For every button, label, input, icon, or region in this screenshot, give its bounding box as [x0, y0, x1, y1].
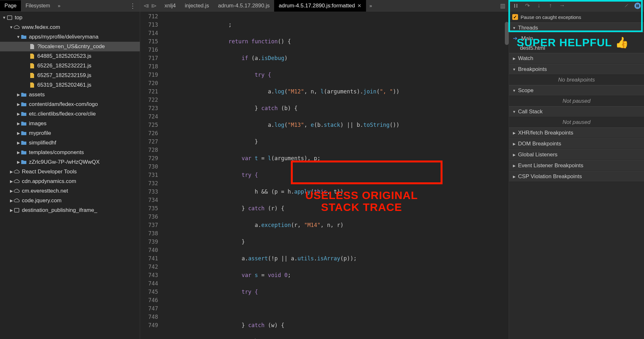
not-paused-text: Not paused	[509, 117, 644, 127]
tree-label: code.jquery.com	[22, 197, 61, 204]
svg-rect-0	[7, 16, 12, 20]
no-breakpoints-text: No breakpoints	[509, 75, 644, 85]
editor-tab[interactable]: injected.js	[180, 0, 214, 12]
folder-icon	[21, 101, 27, 108]
pause-exceptions-icon[interactable]	[634, 3, 641, 9]
svg-rect-1	[14, 208, 19, 212]
tree-react[interactable]: React Developer Tools	[0, 167, 140, 177]
scrollbar-thumb[interactable]	[505, 22, 509, 45]
section-breakpoints[interactable]: ▼Breakpoints	[509, 64, 644, 75]
step-into-icon[interactable]: ↓	[535, 2, 542, 9]
svg-rect-4	[637, 4, 638, 7]
tree-folder[interactable]: images	[0, 119, 140, 128]
tree-file[interactable]: 65319_1825202461.js	[0, 80, 140, 90]
checkbox-checked-icon[interactable]: ✓	[512, 14, 518, 20]
tree-folder[interactable]: content/dam/fedex-com/logo	[0, 100, 140, 109]
section-label: Threads	[518, 25, 538, 31]
nav-back-icon[interactable]: ⧏	[143, 2, 149, 9]
cloud-icon	[13, 24, 20, 30]
tree-label: 65257_1825232159.js	[37, 72, 91, 79]
tree-label: assets	[29, 91, 45, 98]
svg-rect-5	[638, 4, 639, 7]
section-xhr[interactable]: ▶XHR/fetch Breakpoints	[509, 127, 644, 138]
editor-tab-active[interactable]: adrum-4.5.17.2890.js:formatted✕	[274, 0, 366, 12]
close-icon[interactable]: ✕	[357, 3, 362, 9]
tree-label: top	[15, 14, 22, 21]
tab-filesystem[interactable]: Filesystem	[21, 0, 54, 11]
editor-tabstrip: ⧏ ⧐ xnlj4 injected.js adrum-4.5.17.2890.…	[140, 0, 509, 12]
file-icon	[29, 63, 35, 69]
section-label: CSP Violation Breakpoints	[518, 173, 582, 180]
step-out-icon[interactable]: ↑	[547, 2, 554, 9]
debug-toolbar: ↷ ↓ ↑ → ⟋	[509, 0, 644, 12]
tree-frame-item[interactable]: destination_publishing_iframe_	[0, 205, 140, 215]
tree-top[interactable]: top	[0, 13, 140, 22]
section-watch[interactable]: ▶Watch	[509, 53, 644, 64]
tree-folder[interactable]: templates/components	[0, 148, 140, 157]
section-global[interactable]: ▶Global Listeners	[509, 149, 644, 160]
section-label: Watch	[518, 55, 533, 62]
tree-domain-item[interactable]: code.jquery.com	[0, 196, 140, 205]
tree-file[interactable]: 64885_1825202523.js	[0, 51, 140, 61]
tree-folder[interactable]: zZrlc9UGw-7P-/wHzQWwQX	[0, 157, 140, 167]
tab-menu-icon[interactable]: ⋮	[126, 0, 140, 12]
tree-folder[interactable]: simplifiedhf	[0, 138, 140, 148]
tree-file[interactable]: 65226_1825232221.js	[0, 61, 140, 71]
section-scope[interactable]: ▼Scope	[509, 85, 644, 96]
file-tree: top www.fedex.com apps/myprofile/deliver…	[0, 12, 140, 339]
code-editor[interactable]: 7127137147157167177187197207217227237247…	[140, 12, 509, 339]
sources-navigator: Page Filesystem » ⋮ top www.fedex.com ap…	[0, 0, 140, 339]
tree-domain-item[interactable]: cdn.appdynamics.com	[0, 177, 140, 186]
cloud-icon	[13, 178, 20, 185]
tree-folder-apps[interactable]: apps/myprofile/deliverymana	[0, 32, 140, 42]
section-callstack[interactable]: ▼Call Stack	[509, 106, 644, 117]
section-label: Scope	[518, 87, 533, 94]
tree-domain-item[interactable]: cm.everesttech.net	[0, 186, 140, 196]
editor-nav: ⧏ ⧐	[140, 2, 160, 9]
editor-tab-overflow[interactable]: »	[366, 0, 375, 11]
folder-icon	[21, 91, 27, 98]
step-icon[interactable]: →	[559, 2, 566, 9]
tree-file-locale[interactable]: ?locale=en_US&cntry_code	[0, 42, 140, 51]
deactivate-bp-icon[interactable]: ⟋	[623, 2, 630, 9]
step-over-icon[interactable]: ↷	[524, 2, 531, 9]
pretty-print-icon[interactable]: ▥	[497, 0, 509, 12]
line-gutter: 7127137147157167177187197207217227237247…	[140, 12, 161, 339]
thread-item[interactable]: dest5.html	[509, 43, 644, 53]
section-csp[interactable]: ▶CSP Violation Breakpoints	[509, 171, 644, 182]
file-icon	[29, 72, 35, 79]
tree-label: zZrlc9UGw-7P-/wHzQWwQX	[29, 159, 100, 165]
section-dom[interactable]: ▶DOM Breakpoints	[509, 138, 644, 149]
cloud-icon	[13, 169, 20, 175]
pause-on-caught-row[interactable]: ✓ Pause on caught exceptions	[509, 12, 644, 22]
tree-label: simplifiedhf	[29, 140, 56, 146]
editor-tab[interactable]: xnlj4	[160, 0, 180, 12]
editor-panel: ⧏ ⧐ xnlj4 injected.js adrum-4.5.17.2890.…	[140, 0, 509, 339]
pause-icon[interactable]	[512, 4, 519, 8]
tree-label: apps/myprofile/deliverymana	[29, 34, 98, 40]
not-paused-text: Not paused	[509, 96, 644, 106]
folder-icon	[21, 130, 27, 136]
tab-page[interactable]: Page	[0, 0, 21, 11]
section-label: Event Listener Breakpoints	[518, 162, 583, 169]
file-icon	[29, 53, 35, 59]
tree-label: destination_publishing_iframe_	[22, 207, 97, 213]
file-icon	[29, 43, 35, 50]
tab-overflow[interactable]: »	[55, 0, 64, 11]
tree-domain[interactable]: www.fedex.com	[0, 22, 140, 32]
code-area[interactable]: ; return function() { if (a.isDebug) try…	[161, 12, 509, 339]
section-threads[interactable]: ▼Threads	[509, 22, 644, 33]
section-event[interactable]: ▶Event Listener Breakpoints	[509, 160, 644, 171]
thread-main[interactable]: Main	[509, 33, 644, 43]
tree-file[interactable]: 65257_1825232159.js	[0, 71, 140, 80]
folder-icon	[21, 111, 27, 117]
tree-folder[interactable]: myprofile	[0, 128, 140, 138]
editor-tab[interactable]: adrum-4.5.17.2890.js	[214, 0, 274, 12]
nav-fwd-icon[interactable]: ⧐	[151, 2, 157, 9]
section-label: Breakpoints	[518, 66, 547, 73]
tree-label: 64885_1825202523.js	[37, 53, 91, 59]
navigator-tabstrip: Page Filesystem » ⋮	[0, 0, 140, 12]
tree-folder[interactable]: assets	[0, 90, 140, 100]
tree-label: cdn.appdynamics.com	[22, 178, 76, 185]
tree-folder[interactable]: etc.clientlibs/fedex-core/clie	[0, 109, 140, 119]
